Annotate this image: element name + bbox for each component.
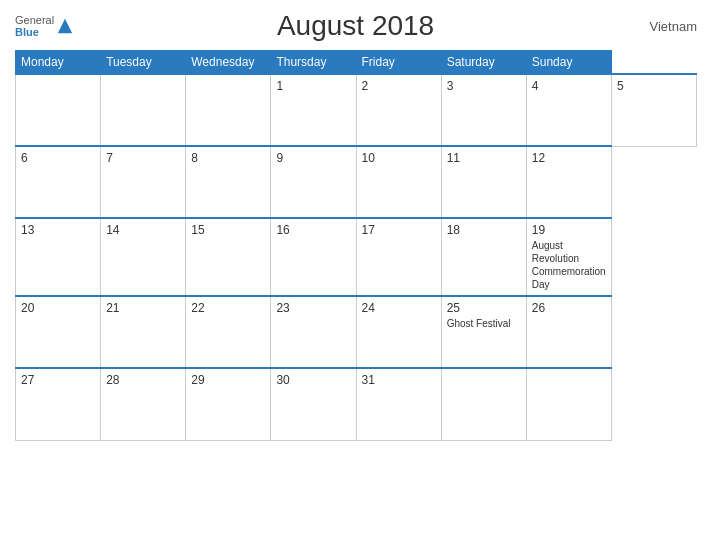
- col-monday: Monday: [16, 51, 101, 75]
- table-row: 9: [271, 146, 356, 218]
- logo-blue-text: Blue: [15, 26, 54, 38]
- table-row: 5: [611, 74, 696, 146]
- logo: General Blue: [15, 14, 74, 38]
- table-row: 12: [526, 146, 611, 218]
- table-row: 17: [356, 218, 441, 296]
- day-number: 21: [106, 301, 180, 315]
- calendar-header: General Blue August 2018 Vietnam: [15, 10, 697, 42]
- calendar-body: 12345678910111213141516171819August Revo…: [16, 74, 697, 440]
- day-number: 12: [532, 151, 606, 165]
- day-number: 28: [106, 373, 180, 387]
- table-row: 15: [186, 218, 271, 296]
- event-label: Ghost Festival: [447, 317, 521, 330]
- calendar-week-row: 6789101112: [16, 146, 697, 218]
- day-number: 6: [21, 151, 95, 165]
- table-row: 18: [441, 218, 526, 296]
- day-number: 10: [362, 151, 436, 165]
- col-tuesday: Tuesday: [101, 51, 186, 75]
- logo-text: General Blue: [15, 14, 54, 38]
- day-number: 13: [21, 223, 95, 237]
- table-row: 30: [271, 368, 356, 440]
- table-row: 25Ghost Festival: [441, 296, 526, 368]
- table-row: 13: [16, 218, 101, 296]
- col-friday: Friday: [356, 51, 441, 75]
- col-sunday: Sunday: [526, 51, 611, 75]
- table-row: [441, 368, 526, 440]
- day-number: 7: [106, 151, 180, 165]
- day-number: 29: [191, 373, 265, 387]
- col-saturday: Saturday: [441, 51, 526, 75]
- table-row: 8: [186, 146, 271, 218]
- table-row: 23: [271, 296, 356, 368]
- table-row: 26: [526, 296, 611, 368]
- day-number: 20: [21, 301, 95, 315]
- table-row: 6: [16, 146, 101, 218]
- table-row: 3: [441, 74, 526, 146]
- table-row: 29: [186, 368, 271, 440]
- calendar-week-row: 202122232425Ghost Festival26: [16, 296, 697, 368]
- page-title: August 2018: [74, 10, 637, 42]
- table-row: 24: [356, 296, 441, 368]
- day-number: 9: [276, 151, 350, 165]
- table-row: [526, 368, 611, 440]
- calendar-week-row: 2728293031: [16, 368, 697, 440]
- day-number: 16: [276, 223, 350, 237]
- table-row: 11: [441, 146, 526, 218]
- calendar-week-row: 12345: [16, 74, 697, 146]
- logo-general-text: General: [15, 14, 54, 26]
- calendar-table: Monday Tuesday Wednesday Thursday Friday…: [15, 50, 697, 441]
- day-number: 30: [276, 373, 350, 387]
- day-number: 24: [362, 301, 436, 315]
- day-number: 11: [447, 151, 521, 165]
- table-row: 1: [271, 74, 356, 146]
- day-number: 27: [21, 373, 95, 387]
- table-row: 14: [101, 218, 186, 296]
- day-number: 2: [362, 79, 436, 93]
- table-row: [186, 74, 271, 146]
- table-row: 2: [356, 74, 441, 146]
- table-row: 19August Revolution Commemoration Day: [526, 218, 611, 296]
- day-number: 15: [191, 223, 265, 237]
- calendar-container: General Blue August 2018 Vietnam Monday …: [0, 0, 712, 550]
- logo-icon: [56, 17, 74, 35]
- weekday-header-row: Monday Tuesday Wednesday Thursday Friday…: [16, 51, 697, 75]
- country-label: Vietnam: [637, 19, 697, 34]
- day-number: 18: [447, 223, 521, 237]
- svg-marker-0: [58, 19, 72, 33]
- table-row: 16: [271, 218, 356, 296]
- calendar-week-row: 13141516171819August Revolution Commemor…: [16, 218, 697, 296]
- day-number: 22: [191, 301, 265, 315]
- day-number: 19: [532, 223, 606, 237]
- table-row: 21: [101, 296, 186, 368]
- event-label: August Revolution Commemoration Day: [532, 239, 606, 291]
- day-number: 26: [532, 301, 606, 315]
- table-row: [101, 74, 186, 146]
- table-row: 28: [101, 368, 186, 440]
- day-number: 31: [362, 373, 436, 387]
- day-number: 4: [532, 79, 606, 93]
- day-number: 5: [617, 79, 691, 93]
- table-row: 7: [101, 146, 186, 218]
- col-wednesday: Wednesday: [186, 51, 271, 75]
- day-number: 17: [362, 223, 436, 237]
- table-row: [16, 74, 101, 146]
- day-number: 3: [447, 79, 521, 93]
- table-row: 20: [16, 296, 101, 368]
- table-row: 27: [16, 368, 101, 440]
- table-row: 10: [356, 146, 441, 218]
- day-number: 25: [447, 301, 521, 315]
- day-number: 14: [106, 223, 180, 237]
- day-number: 8: [191, 151, 265, 165]
- table-row: 31: [356, 368, 441, 440]
- day-number: 23: [276, 301, 350, 315]
- day-number: 1: [276, 79, 350, 93]
- col-thursday: Thursday: [271, 51, 356, 75]
- table-row: 4: [526, 74, 611, 146]
- table-row: 22: [186, 296, 271, 368]
